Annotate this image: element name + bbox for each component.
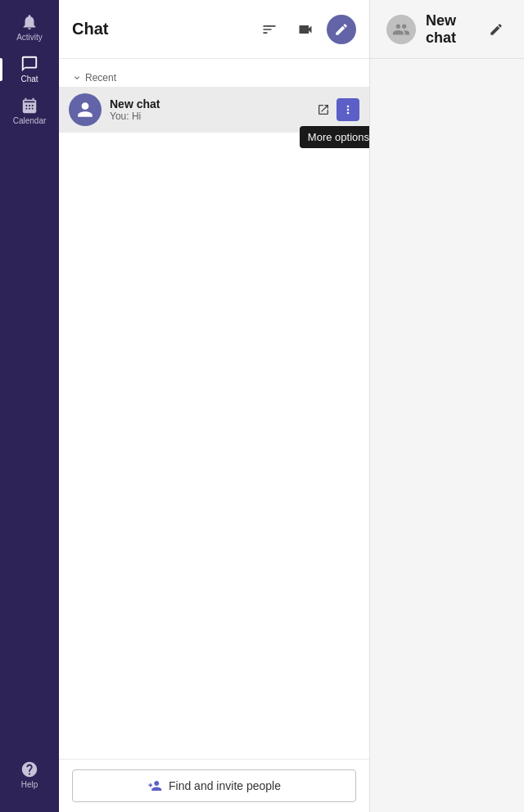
open-in-new-icon <box>317 103 330 116</box>
chat-header: Chat <box>59 0 369 59</box>
chat-bottom-bar: Find and invite people <box>59 759 369 812</box>
calendar-icon <box>20 97 38 115</box>
compose-icon <box>334 22 349 37</box>
filter-button[interactable] <box>255 15 284 44</box>
find-people-button[interactable]: Find and invite people <box>72 769 356 802</box>
recent-section-label: Recent <box>59 65 369 87</box>
chat-item-actions <box>312 98 359 121</box>
right-panel-body <box>370 59 524 812</box>
edit-button[interactable] <box>485 18 508 41</box>
find-people-label: Find and invite people <box>169 779 281 792</box>
chat-item-avatar <box>69 93 102 126</box>
sidebar-calendar-label: Calendar <box>13 116 47 125</box>
right-panel-title: New chat <box>426 12 475 47</box>
right-panel-avatar <box>386 15 416 44</box>
sidebar-item-chat[interactable]: Chat <box>0 48 59 90</box>
video-call-button[interactable] <box>291 15 320 44</box>
sidebar: Activity Chat Calendar Help <box>0 0 59 812</box>
chat-item-name: New chat <box>110 97 304 111</box>
chat-icon <box>20 55 38 73</box>
edit-icon <box>489 22 504 37</box>
help-icon <box>20 760 38 778</box>
sidebar-item-activity[interactable]: Activity <box>0 7 59 48</box>
more-options-tooltip: More options <box>300 126 369 148</box>
bell-icon <box>20 13 38 31</box>
open-in-new-button[interactable] <box>312 98 335 121</box>
recent-label-text: Recent <box>85 72 116 83</box>
right-panel-header: New chat <box>370 0 524 59</box>
group-icon <box>392 20 410 38</box>
chat-item-info: New chat You: Hi <box>110 97 304 122</box>
sidebar-item-calendar[interactable]: Calendar <box>0 90 59 132</box>
more-options-icon <box>341 103 355 116</box>
filter-icon <box>261 21 278 38</box>
chat-panel-title: Chat <box>72 20 248 38</box>
find-people-icon <box>147 778 162 793</box>
person-icon <box>76 101 94 119</box>
chevron-down-icon <box>72 73 82 83</box>
compose-button[interactable] <box>327 15 356 44</box>
more-options-button[interactable] <box>337 98 359 121</box>
sidebar-help-label: Help <box>21 780 38 789</box>
chat-item-new-chat[interactable]: New chat You: Hi More options <box>59 87 369 133</box>
sidebar-activity-label: Activity <box>16 33 43 42</box>
sidebar-item-help[interactable]: Help <box>0 754 59 796</box>
chat-list-panel: Chat Recent <box>59 0 370 812</box>
sidebar-chat-label: Chat <box>20 74 38 83</box>
right-panel: New chat <box>370 0 524 812</box>
chat-item-preview: You: Hi <box>110 111 304 122</box>
video-icon <box>297 21 314 38</box>
chat-list: Recent New chat You: Hi <box>59 59 369 759</box>
